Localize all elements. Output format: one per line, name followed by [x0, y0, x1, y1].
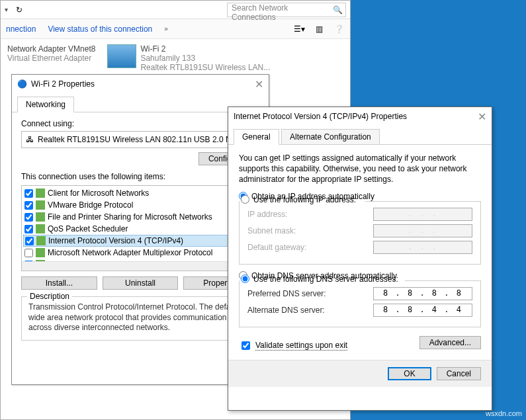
device-name: Realtek RTL8191SU Wireless LAN 802.11n U…	[38, 135, 236, 144]
radio-dns-manual[interactable]: Use the following DNS server addresses:	[240, 274, 405, 284]
link-view-status[interactable]: View status of this connection	[48, 24, 152, 34]
checkbox-input[interactable]	[24, 213, 33, 222]
validate-checkbox[interactable]: Validate settings upon exit	[239, 339, 347, 352]
protocol-icon	[36, 212, 45, 222]
tab-alternate[interactable]: Alternate Configuration	[281, 129, 380, 145]
tab-general[interactable]: General	[234, 129, 279, 145]
list-item[interactable]: VMware Bridge Protocol	[23, 199, 257, 211]
adapter-name: Wi-Fi 2	[140, 44, 270, 54]
watermark: wsxdn.com	[486, 409, 522, 417]
command-bar: nnection View status of this connection …	[1, 19, 350, 39]
adapter-sub: Virtual Ethernet Adapter	[7, 54, 95, 63]
gateway-label: Default gateway:	[247, 243, 306, 252]
protocol-list[interactable]: Client for Microsoft NetworksVMware Brid…	[21, 185, 259, 271]
radio-input[interactable]	[241, 274, 249, 283]
list-item[interactable]: Client for Microsoft Networks	[23, 187, 257, 199]
checkbox-input[interactable]	[24, 225, 33, 233]
dialog-buttons: OK Cancel	[228, 360, 492, 387]
install-button[interactable]: Install...	[21, 276, 97, 290]
adapter-icon	[107, 44, 136, 68]
dns-fieldset: Use the following DNS server addresses: …	[239, 280, 481, 327]
radio-label: Use the following IP address:	[253, 195, 356, 204]
checkbox-input[interactable]	[24, 249, 33, 257]
link-connection[interactable]: nnection	[6, 24, 36, 34]
protocol-label: Microsoft Network Adapter Multiplexor Pr…	[48, 248, 212, 257]
adapter-wifi2[interactable]: Wi-Fi 2 Sahufamily 133 Realtek RTL8191SU…	[107, 44, 270, 72]
items-label: This connection uses the following items…	[21, 172, 259, 181]
help-icon[interactable]: ❔	[333, 24, 345, 34]
radio-input[interactable]	[241, 195, 249, 204]
alt-dns-label: Alternate DNS server:	[247, 306, 325, 315]
adapter-device: Realtek RTL8191SU Wireless LAN...	[140, 63, 270, 72]
description-text: Transmission Control Protocol/Internet P…	[28, 302, 252, 333]
validate-label: Validate settings upon exit	[255, 341, 347, 351]
list-item[interactable]: QoS Packet Scheduler	[23, 223, 257, 235]
protocol-label: VMware Bridge Protocol	[48, 200, 133, 210]
subnet-label: Subnet mask:	[247, 226, 296, 235]
view-icon[interactable]: ☰▾	[293, 24, 305, 34]
ip-address-label: IP address:	[247, 210, 287, 219]
ok-button[interactable]: OK	[388, 367, 431, 380]
gateway-field: . . .	[373, 241, 472, 254]
list-item[interactable]: Internet Protocol Version 4 (TCP/IPv4)	[23, 235, 257, 247]
protocol-label: Client for Microsoft Networks	[48, 189, 149, 198]
adapter-ssid: Sahufamily 133	[140, 54, 270, 63]
adapter-vmnet8[interactable]: Network Adapter VMnet8 Virtual Ethernet …	[7, 44, 95, 72]
radio-ip-manual[interactable]: Use the following IP address:	[240, 195, 365, 204]
dialog-title: Wi-Fi 2 Properties	[31, 79, 95, 89]
checkbox-input[interactable]	[24, 189, 33, 198]
chevron-down-icon[interactable]: ▾	[5, 6, 8, 13]
description-legend: Description	[27, 292, 72, 301]
search-icon: 🔍	[333, 5, 343, 15]
cancel-button[interactable]: Cancel	[437, 367, 481, 380]
search-input[interactable]: Search Network Connections 🔍	[227, 3, 346, 17]
description-group: Description Transmission Control Protoco…	[21, 296, 259, 341]
list-item[interactable]: Microsoft Network Adapter Multiplexor Pr…	[23, 247, 257, 259]
checkbox-input[interactable]	[25, 237, 34, 245]
adapter-name: Network Adapter VMnet8	[7, 44, 95, 54]
pref-dns-label: Preferred DNS server:	[247, 289, 326, 298]
address-toolbar: ▾ ↻ Search Network Connections 🔍	[1, 1, 350, 19]
dialog-title: Internet Protocol Version 4 (TCP/IPv4) P…	[234, 112, 407, 121]
preview-icon[interactable]: ▥	[313, 24, 325, 34]
checkbox-input[interactable]	[24, 201, 33, 210]
close-icon[interactable]: ✕	[255, 78, 263, 91]
tab-networking[interactable]: Networking	[17, 97, 74, 112]
protocol-icon	[36, 248, 45, 257]
protocol-icon	[36, 236, 46, 245]
scrollbar-horizontal[interactable]	[22, 261, 248, 271]
pref-dns-field[interactable]: 8 . 8 . 8 . 8	[373, 287, 472, 300]
checkbox-input[interactable]	[241, 341, 250, 350]
dialog-titlebar: Internet Protocol Version 4 (TCP/IPv4) P…	[228, 107, 492, 126]
protocol-label: Internet Protocol Version 4 (TCP/IPv4)	[48, 236, 183, 245]
dialog-titlebar: 🔵 Wi-Fi 2 Properties ✕	[12, 75, 269, 93]
adapter-list: Network Adapter VMnet8 Virtual Ethernet …	[1, 39, 350, 77]
alt-dns-field[interactable]: 8 . 8 . 4 . 4	[373, 304, 472, 317]
protocol-icon	[36, 189, 45, 198]
ip-fieldset: Use the following IP address: IP address…	[239, 201, 481, 265]
uninstall-button[interactable]: Uninstall	[103, 276, 179, 290]
shield-icon: 🔵	[17, 79, 27, 89]
protocol-icon	[36, 200, 45, 210]
protocol-icon	[36, 224, 45, 233]
refresh-icon[interactable]: ↻	[13, 5, 25, 15]
list-item[interactable]: File and Printer Sharing for Microsoft N…	[23, 211, 257, 223]
tabstrip: General Alternate Configuration	[228, 126, 492, 145]
ipv4-properties-dialog: Internet Protocol Version 4 (TCP/IPv4) P…	[228, 106, 492, 411]
close-icon[interactable]: ✕	[478, 110, 486, 123]
advanced-button[interactable]: Advanced...	[419, 336, 481, 349]
nic-icon: 🖧	[26, 135, 34, 144]
radio-label: Use the following DNS server addresses:	[253, 274, 398, 284]
protocol-label: QoS Packet Scheduler	[48, 224, 128, 233]
ip-address-field: . . .	[373, 208, 472, 221]
connect-using-field[interactable]: 🖧 Realtek RTL8191SU Wireless LAN 802.11n…	[21, 131, 259, 148]
connect-using-label: Connect using:	[21, 119, 259, 128]
chevron-down-icon[interactable]: »	[164, 25, 168, 32]
info-paragraph: You can get IP settings assigned automat…	[239, 153, 481, 185]
protocol-label: File and Printer Sharing for Microsoft N…	[48, 212, 212, 222]
subnet-field: . . .	[373, 224, 472, 237]
